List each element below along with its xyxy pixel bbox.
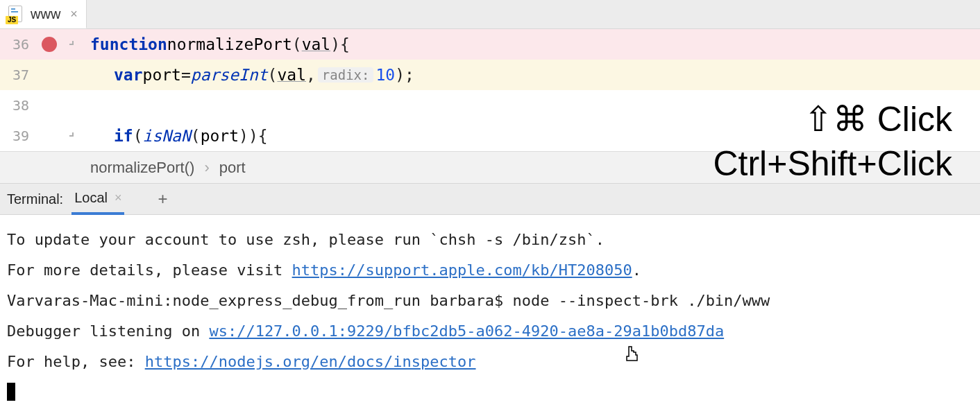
fold-gutter[interactable] bbox=[64, 40, 82, 49]
line-number[interactable]: 36 bbox=[0, 36, 35, 53]
terminal-line: For help, see: https://nodejs.org/en/doc… bbox=[7, 347, 973, 377]
breakpoint-gutter[interactable] bbox=[35, 37, 64, 52]
terminal-tab-local[interactable]: Local × bbox=[71, 184, 124, 215]
fold-icon[interactable] bbox=[68, 131, 78, 141]
terminal-line: For more details, please visit https://s… bbox=[7, 255, 973, 286]
chevron-right-icon: › bbox=[204, 159, 209, 177]
fold-gutter[interactable] bbox=[64, 131, 82, 141]
code-content[interactable]: if (isNaN(port)) { bbox=[82, 127, 268, 145]
fold-icon[interactable] bbox=[68, 40, 78, 49]
close-icon[interactable]: × bbox=[115, 191, 122, 205]
terminal-caret bbox=[7, 383, 15, 401]
code-content[interactable]: var port = parseInt(val, radix: 10); bbox=[82, 66, 414, 84]
terminal-line: Debugger listening on ws://127.0.0.1:922… bbox=[7, 316, 973, 347]
js-file-icon: JS bbox=[6, 4, 25, 24]
terminal-label: Terminal: bbox=[7, 191, 63, 207]
file-tab-name: www bbox=[31, 6, 60, 22]
code-content[interactable]: function normalizePort(val) { bbox=[82, 35, 350, 53]
terminal-header: Terminal: Local × + bbox=[0, 183, 980, 215]
code-line[interactable]: 37var port = parseInt(val, radix: 10); bbox=[0, 60, 980, 90]
terminal-link[interactable]: https://nodejs.org/en/docs/inspector bbox=[145, 353, 476, 370]
close-icon[interactable]: × bbox=[70, 7, 78, 21]
breadcrumb-item[interactable]: normalizePort() bbox=[90, 159, 194, 177]
inlay-hint: radix: bbox=[318, 67, 374, 83]
terminal-body[interactable]: To update your account to use zsh, pleas… bbox=[0, 215, 980, 416]
breakpoint-icon[interactable] bbox=[42, 37, 57, 52]
terminal-line: To update your account to use zsh, pleas… bbox=[7, 225, 973, 255]
terminal-link[interactable]: https://support.apple.com/kb/HT208050 bbox=[292, 261, 632, 279]
tab-bar: JS www × bbox=[0, 0, 980, 29]
terminal-link[interactable]: ws://127.0.0.1:9229/bfbc2db5-a062-4920-a… bbox=[209, 322, 724, 340]
breadcrumb-item[interactable]: port bbox=[219, 159, 246, 177]
add-terminal-button[interactable]: + bbox=[152, 189, 173, 209]
line-number[interactable]: 38 bbox=[0, 97, 35, 114]
line-number[interactable]: 37 bbox=[0, 67, 35, 83]
terminal-line: Varvaras-Mac-mini:node_express_debug_fro… bbox=[7, 286, 973, 316]
terminal-tab-label: Local bbox=[74, 190, 108, 206]
line-number[interactable]: 39 bbox=[0, 128, 35, 144]
shortcut-overlay: ⇧⌘ Click Ctrl+Shift+Click bbox=[713, 97, 952, 186]
file-tab-www[interactable]: JS www × bbox=[0, 0, 87, 28]
code-line[interactable]: 36function normalizePort(val) { bbox=[0, 29, 980, 60]
